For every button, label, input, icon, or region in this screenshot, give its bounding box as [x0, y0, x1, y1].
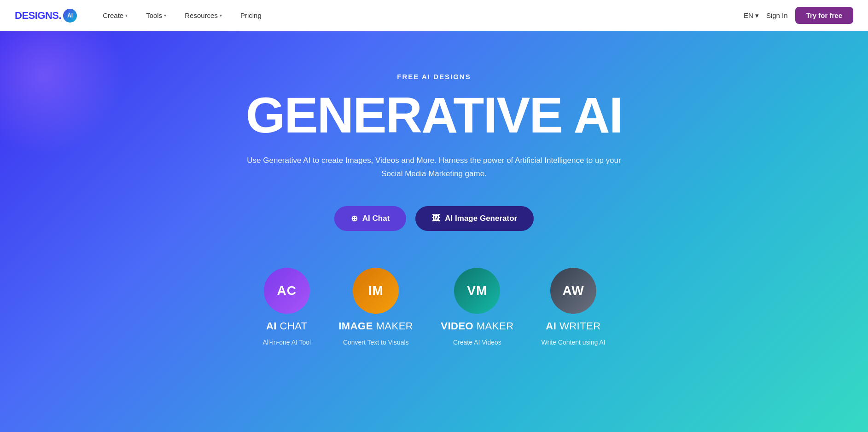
product-desc-vm: Create AI Videos	[453, 339, 501, 346]
nav-create[interactable]: Create ▾	[95, 8, 135, 23]
nav-resources[interactable]: Resources ▾	[177, 8, 229, 23]
product-name-im: IMAGE MAKER	[338, 320, 413, 332]
navbar: DESIGNS. AI Create ▾ Tools ▾ Resources ▾…	[0, 0, 868, 31]
product-card-vm[interactable]: VM VIDEO MAKER Create AI Videos	[441, 268, 513, 346]
image-icon: 🖼	[432, 213, 440, 223]
nav-pricing[interactable]: Pricing	[233, 8, 269, 23]
nav-tools[interactable]: Tools ▾	[139, 8, 174, 23]
sign-in-link[interactable]: Sign In	[766, 12, 788, 19]
hero-section: FREE AI DESIGNS GENERATIVE AI Use Genera…	[0, 31, 868, 432]
product-desc-aw: Write Content using AI	[542, 339, 606, 346]
chevron-down-icon: ▾	[755, 12, 759, 20]
chevron-down-icon: ▾	[220, 13, 222, 18]
product-desc-ac: All-in-one AI Tool	[262, 339, 311, 346]
product-card-im[interactable]: IM IMAGE MAKER Convert Text to Visuals	[338, 268, 413, 346]
nav-right: EN ▾ Sign In Try for free	[744, 7, 853, 24]
ai-chat-button[interactable]: ⊕ AI Chat	[334, 206, 407, 231]
product-desc-im: Convert Text to Visuals	[343, 339, 409, 346]
logo-badge-icon: AI	[63, 9, 77, 23]
product-name-vm: VIDEO MAKER	[441, 320, 513, 332]
product-avatar-vm: VM	[454, 268, 500, 314]
logo-text: DESIGNS.	[15, 10, 61, 22]
product-card-aw[interactable]: AW AI WRITER Write Content using AI	[542, 268, 606, 346]
product-cards: AC AI CHAT All-in-one AI Tool IM IMAGE M…	[158, 268, 711, 346]
product-name-aw: AI WRITER	[546, 320, 600, 332]
chevron-down-icon: ▾	[125, 13, 128, 18]
chat-icon: ⊕	[351, 213, 358, 224]
chevron-down-icon: ▾	[164, 13, 166, 18]
hero-buttons: ⊕ AI Chat 🖼 AI Image Generator	[334, 206, 534, 231]
language-selector[interactable]: EN ▾	[744, 12, 759, 20]
hero-subtitle: Use Generative AI to create Images, Vide…	[245, 154, 623, 181]
product-avatar-im: IM	[353, 268, 399, 314]
hero-eyebrow: FREE AI DESIGNS	[397, 73, 471, 81]
logo-link[interactable]: DESIGNS. AI	[15, 9, 77, 23]
product-card-ac[interactable]: AC AI CHAT All-in-one AI Tool	[262, 268, 311, 346]
ai-image-generator-button[interactable]: 🖼 AI Image Generator	[415, 206, 534, 231]
hero-title: GENERATIVE AI	[246, 90, 622, 140]
nav-links: Create ▾ Tools ▾ Resources ▾ Pricing	[95, 8, 744, 23]
try-free-button[interactable]: Try for free	[795, 7, 853, 24]
product-avatar-aw: AW	[550, 268, 596, 314]
product-name-ac: AI CHAT	[266, 320, 308, 332]
product-avatar-ac: AC	[264, 268, 310, 314]
